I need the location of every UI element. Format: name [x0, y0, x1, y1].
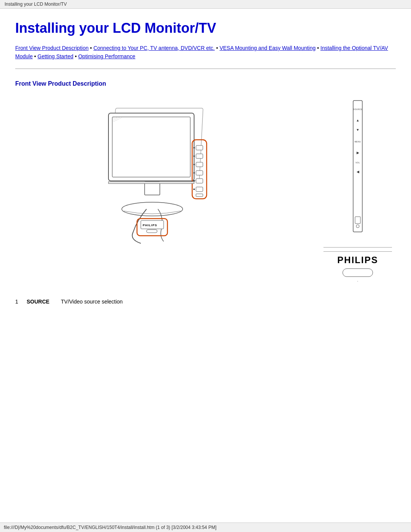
svg-rect-39 — [355, 217, 360, 224]
page-title: Installing your LCD Monitor/TV — [15, 20, 396, 36]
link-front-view[interactable]: Front View Product Description — [15, 45, 89, 51]
source-desc-1: TV/Video source selection — [61, 299, 123, 305]
svg-rect-15 — [196, 179, 203, 183]
svg-rect-2 — [112, 117, 190, 177]
link-connecting[interactable]: Connecting to Your PC, TV antenna, DVD/V… — [93, 45, 215, 51]
svg-rect-29 — [147, 230, 157, 233]
svg-text:PHILIPS: PHILIPS — [143, 224, 157, 227]
svg-text:▼: ▼ — [356, 128, 360, 132]
source-row-1: 1 SOURCE TV/Video source selection — [15, 299, 396, 305]
source-label-1: SOURCE — [27, 299, 61, 305]
monitor-diagram: PHILIPS — [15, 99, 304, 259]
source-table: 1 SOURCE TV/Video source selection — [15, 299, 396, 305]
svg-text:▲: ▲ — [356, 118, 360, 122]
section-title: Front View Product Description — [15, 80, 396, 87]
source-num-1: 1 — [15, 299, 27, 305]
svg-point-17 — [193, 147, 195, 149]
status-bar-text: file:///D|/My%20documents/dfu/B2C_TV/ENG… — [4, 525, 217, 530]
svg-text:MENU: MENU — [355, 141, 361, 143]
philips-section: PHILIPS · — [323, 247, 392, 283]
svg-text:SOURCE: SOURCE — [353, 108, 363, 110]
svg-point-18 — [193, 155, 195, 157]
svg-rect-23 — [196, 194, 203, 197]
philips-line-bottom — [323, 251, 392, 252]
svg-point-40 — [356, 225, 359, 228]
nav-links: Front View Product Description • Connect… — [15, 44, 396, 61]
svg-rect-11 — [196, 145, 203, 150]
link-getting-started[interactable]: Getting Started — [38, 53, 73, 59]
svg-point-20 — [193, 172, 195, 174]
link-vesa[interactable]: VESA Mounting and Easy Wall Mounting — [220, 45, 315, 51]
monitor-svg: PHILIPS — [88, 99, 232, 259]
philips-dot: · — [357, 279, 358, 283]
svg-text:▶: ▶ — [357, 151, 359, 155]
separator-2: • — [216, 45, 220, 51]
svg-point-22 — [193, 189, 195, 190]
separator-4: • — [34, 53, 38, 59]
section-divider — [15, 69, 396, 69]
side-view-svg: SOURCE ▲ ▼ MENU ▶ VOL ◀ — [323, 99, 392, 243]
svg-point-19 — [193, 164, 195, 165]
separator-3: • — [317, 45, 320, 51]
svg-rect-14 — [196, 171, 203, 175]
diagram-section: PHILIPS SOURCE ▲ ▼ MENU ▶ — [15, 99, 396, 283]
svg-rect-13 — [196, 162, 203, 167]
link-optimising[interactable]: Optimising Performance — [78, 53, 135, 59]
browser-status-bar: file:///D|/My%20documents/dfu/B2C_TV/ENG… — [0, 522, 411, 532]
svg-text:VOL: VOL — [355, 161, 360, 164]
philips-remote-button — [342, 268, 373, 277]
browser-tab: Installing your LCD Monitor/TV — [0, 0, 411, 9]
tab-title: Installing your LCD Monitor/TV — [5, 2, 67, 7]
svg-rect-26 — [108, 182, 194, 184]
svg-rect-12 — [196, 154, 203, 158]
page-content: Installing your LCD Monitor/TV Front Vie… — [0, 9, 411, 331]
philips-line-top — [323, 247, 392, 248]
philips-logo: PHILIPS — [337, 255, 378, 265]
svg-text:◀: ◀ — [357, 170, 359, 174]
side-panel: SOURCE ▲ ▼ MENU ▶ VOL ◀ — [320, 99, 396, 283]
svg-point-21 — [193, 180, 195, 182]
svg-rect-16 — [196, 187, 203, 192]
